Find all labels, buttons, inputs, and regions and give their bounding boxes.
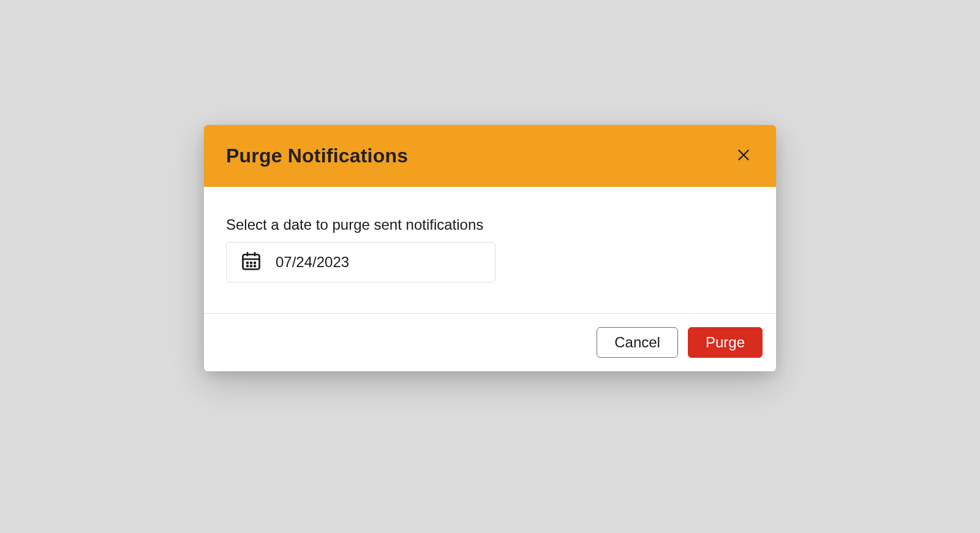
- modal-header: Purge Notifications: [204, 125, 776, 187]
- date-value: 07/24/2023: [276, 254, 349, 271]
- svg-point-7: [251, 262, 252, 263]
- close-button[interactable]: [733, 145, 754, 167]
- purge-button[interactable]: Purge: [688, 327, 763, 358]
- calendar-icon: [240, 250, 262, 274]
- modal-footer: Cancel Purge: [204, 313, 776, 371]
- modal-body: Select a date to purge sent notification…: [204, 187, 776, 313]
- svg-point-9: [247, 265, 248, 266]
- svg-point-10: [251, 265, 252, 266]
- cancel-button[interactable]: Cancel: [597, 327, 678, 358]
- close-icon: [736, 147, 752, 165]
- prompt-label: Select a date to purge sent notification…: [226, 216, 754, 233]
- modal-title: Purge Notifications: [226, 145, 408, 167]
- svg-point-11: [254, 265, 255, 266]
- date-input[interactable]: 07/24/2023: [226, 242, 496, 282]
- svg-point-6: [247, 262, 248, 263]
- svg-point-8: [254, 262, 255, 263]
- purge-notifications-modal: Purge Notifications Select a date to pur…: [204, 125, 776, 371]
